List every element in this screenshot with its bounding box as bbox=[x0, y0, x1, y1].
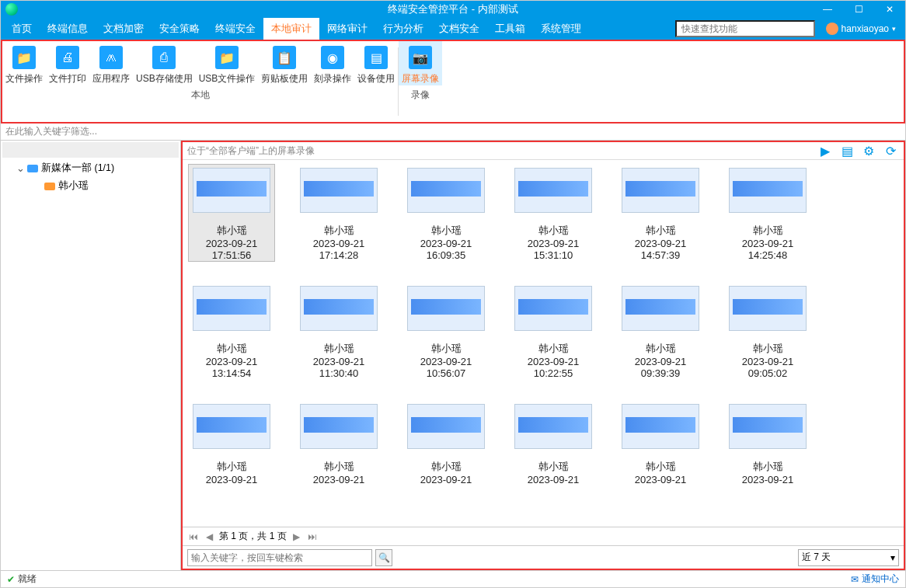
app-logo-icon bbox=[5, 3, 18, 16]
tree-user-row[interactable]: 韩小瑶 bbox=[1, 177, 180, 195]
filter-input[interactable]: 在此输入关键字筛选... bbox=[1, 124, 905, 141]
user-name: hanxiaoyao bbox=[842, 23, 889, 34]
settings-icon[interactable]: ⚙ bbox=[862, 144, 876, 158]
recording-time: 10:56:07 bbox=[427, 367, 466, 379]
ribbon-folder-button[interactable]: 📁文件操作 bbox=[2, 41, 46, 85]
menu-item-5[interactable]: 本地审计 bbox=[263, 18, 319, 40]
recording-date: 2023-09-21 bbox=[313, 238, 365, 249]
recording-time: 14:25:48 bbox=[748, 249, 788, 261]
recording-name: 韩小瑶 bbox=[646, 224, 676, 238]
status-ok-icon: ✔ bbox=[7, 574, 15, 585]
menu-item-8[interactable]: 文档安全 bbox=[431, 18, 487, 40]
close-button[interactable]: ✕ bbox=[874, 1, 905, 18]
menu-item-2[interactable]: 文档加密 bbox=[96, 18, 152, 40]
recording-date: 2023-09-21 bbox=[420, 238, 472, 249]
date-range-select[interactable]: 近 7 天 ▾ bbox=[798, 549, 899, 566]
collapse-icon[interactable]: ⌄ bbox=[16, 162, 27, 174]
ribbon-tool-label: 应用程序 bbox=[92, 72, 130, 85]
menu-item-9[interactable]: 工具箱 bbox=[487, 18, 533, 40]
ribbon-usbfile-button[interactable]: 📁USB文件操作 bbox=[196, 41, 259, 85]
recording-card[interactable]: 韩小瑶2023-09-2115:31:10 bbox=[510, 165, 596, 261]
recording-card[interactable]: 韩小瑶2023-09-21 bbox=[189, 401, 274, 485]
recording-card[interactable]: 韩小瑶2023-09-21 bbox=[510, 401, 596, 485]
menu-item-10[interactable]: 系统管理 bbox=[533, 18, 589, 40]
ribbon-group-label: 录像 bbox=[399, 85, 442, 104]
recording-name: 韩小瑶 bbox=[538, 342, 569, 356]
recording-time: 16:09:35 bbox=[427, 249, 466, 261]
cam-icon: 📷 bbox=[409, 46, 432, 69]
recording-card[interactable]: 韩小瑶2023-09-2114:57:39 bbox=[618, 165, 703, 261]
recording-date: 2023-09-21 bbox=[742, 238, 794, 249]
recording-time: 13:14:54 bbox=[212, 367, 252, 379]
recording-card[interactable]: 韩小瑶2023-09-2110:22:55 bbox=[510, 283, 596, 379]
search-button[interactable]: 🔍 bbox=[375, 549, 392, 566]
recording-card[interactable]: 韩小瑶2023-09-2109:39:39 bbox=[618, 283, 703, 379]
ribbon-disc-button[interactable]: ◉刻录操作 bbox=[311, 41, 354, 85]
recording-card[interactable]: 韩小瑶2023-09-2116:09:35 bbox=[403, 165, 489, 261]
ribbon-tool-label: 文件操作 bbox=[5, 72, 43, 85]
dev-icon: ▤ bbox=[364, 46, 388, 69]
menu-item-1[interactable]: 终端信息 bbox=[40, 18, 96, 40]
menu-bar: 首页终端信息文档加密安全策略终端安全本地审计网络审计行为分析文档安全工具箱系统管… bbox=[1, 18, 905, 40]
menu-item-3[interactable]: 安全策略 bbox=[152, 18, 207, 40]
recording-thumbnail bbox=[729, 286, 807, 331]
recording-name: 韩小瑶 bbox=[324, 460, 354, 474]
ribbon-app-button[interactable]: ⩕应用程序 bbox=[89, 41, 133, 85]
recording-card[interactable]: 韩小瑶2023-09-21 bbox=[296, 401, 382, 485]
recording-name: 韩小瑶 bbox=[538, 460, 569, 474]
ribbon-usb-button[interactable]: ⎙USB存储使用 bbox=[133, 41, 196, 85]
play-icon[interactable]: ▶ bbox=[818, 144, 832, 158]
recording-card[interactable]: 韩小瑶2023-09-21 bbox=[403, 401, 489, 485]
menu-item-6[interactable]: 网络审计 bbox=[319, 18, 375, 40]
recording-card[interactable]: 韩小瑶2023-09-2117:14:28 bbox=[296, 165, 382, 261]
refresh-icon[interactable]: ⟳ bbox=[883, 144, 897, 158]
content-panel: 位于“全部客户端”上的屏幕录像 ▶ ▤ ⚙ ⟳ 韩小瑶2023-09-2117:… bbox=[181, 141, 905, 570]
recording-card[interactable]: 韩小瑶2023-09-2110:56:07 bbox=[403, 283, 489, 379]
keyword-search-input[interactable] bbox=[187, 549, 372, 566]
recording-name: 韩小瑶 bbox=[324, 342, 354, 356]
recording-thumbnail bbox=[407, 168, 485, 213]
ribbon-print-button[interactable]: 🖨文件打印 bbox=[46, 41, 89, 85]
recording-time: 09:05:02 bbox=[748, 367, 788, 379]
recording-card[interactable]: 韩小瑶2023-09-2113:14:54 bbox=[189, 283, 274, 379]
ribbon-cam-button[interactable]: 📷屏幕录像 bbox=[399, 41, 442, 85]
usbfile-icon: 📁 bbox=[215, 46, 239, 69]
minimize-button[interactable]: — bbox=[812, 1, 843, 18]
recording-card[interactable]: 韩小瑶2023-09-2117:51:56 bbox=[189, 165, 274, 261]
ribbon-clip-button[interactable]: 📋剪贴板使用 bbox=[258, 41, 311, 85]
recording-card[interactable]: 韩小瑶2023-09-21 bbox=[618, 401, 703, 485]
recording-thumbnail bbox=[407, 286, 485, 331]
caret-down-icon: ▾ bbox=[892, 25, 896, 33]
clip-icon: 📋 bbox=[273, 46, 296, 69]
svg-rect-1 bbox=[44, 183, 55, 190]
recording-date: 2023-09-21 bbox=[206, 238, 258, 249]
recording-thumbnail bbox=[193, 168, 270, 213]
recording-time: 17:51:56 bbox=[212, 249, 252, 261]
list-view-icon[interactable]: ▤ bbox=[840, 144, 854, 158]
pager-text: 第 1 页，共 1 页 bbox=[219, 530, 287, 543]
pager-next-icon[interactable]: ▶ bbox=[291, 531, 301, 542]
menu-item-0[interactable]: 首页 bbox=[4, 18, 40, 40]
recording-card[interactable]: 韩小瑶2023-09-2111:30:40 bbox=[296, 283, 382, 379]
pager-first-icon[interactable]: ⏮ bbox=[187, 531, 200, 542]
folder-icon: 📁 bbox=[12, 46, 36, 69]
search-row: 🔍 近 7 天 ▾ bbox=[183, 545, 904, 569]
recording-name: 韩小瑶 bbox=[217, 460, 247, 474]
recording-name: 韩小瑶 bbox=[646, 460, 676, 474]
pager-prev-icon[interactable]: ◀ bbox=[204, 531, 214, 542]
global-search-input[interactable] bbox=[675, 20, 815, 37]
pager-last-icon[interactable]: ⏭ bbox=[306, 531, 319, 542]
menu-item-7[interactable]: 行为分析 bbox=[375, 18, 431, 40]
recording-card[interactable]: 韩小瑶2023-09-2114:25:48 bbox=[725, 165, 810, 261]
recording-card[interactable]: 韩小瑶2023-09-2109:05:02 bbox=[725, 283, 810, 379]
thumbnail-grid-scroll[interactable]: 韩小瑶2023-09-2117:51:56韩小瑶2023-09-2117:14:… bbox=[183, 159, 904, 527]
notification-center-link[interactable]: ✉ 通知中心 bbox=[851, 572, 899, 586]
maximize-button[interactable]: ☐ bbox=[843, 1, 874, 18]
recording-card[interactable]: 韩小瑶2023-09-21 bbox=[725, 401, 810, 485]
menu-item-4[interactable]: 终端安全 bbox=[207, 18, 263, 40]
user-menu[interactable]: hanxiaoyao ▾ bbox=[820, 18, 902, 40]
recording-thumbnail bbox=[514, 168, 592, 213]
tree-group-row[interactable]: ⌄ 新媒体一部 (1/1) bbox=[1, 159, 180, 177]
recording-name: 韩小瑶 bbox=[538, 224, 569, 238]
ribbon-dev-button[interactable]: ▤设备使用 bbox=[354, 41, 398, 85]
